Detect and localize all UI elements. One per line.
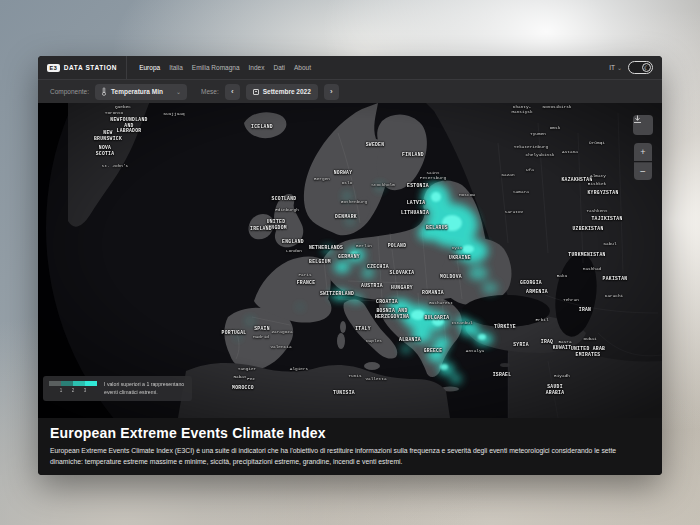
component-dropdown[interactable]: Temperatura Min ⌄ — [95, 84, 187, 100]
page-description: European Extreme Events Climate Index (E… — [50, 446, 650, 468]
info-section: European Extreme Events Climate Index Eu… — [38, 418, 662, 475]
nav-item-index[interactable]: Index — [249, 64, 265, 71]
component-label: Componente: — [50, 88, 89, 95]
previous-month-button[interactable]: ‹ — [225, 84, 240, 100]
legend-tick: 1 — [55, 388, 67, 393]
navbar: E3 DATA STATION EuropaItaliaEmilia Romag… — [38, 56, 662, 79]
zoom-in-icon: + — [640, 147, 645, 157]
month-label: Mese: — [201, 88, 219, 95]
control-bar: Componente: Temperatura Min ⌄ Mese: ‹ Se… — [38, 79, 662, 103]
map-graphic — [38, 103, 662, 418]
legend-tick: 2 — [67, 388, 79, 393]
moon-icon: ☾ — [642, 63, 651, 72]
legend-scale: 123 — [49, 381, 97, 393]
zoom-out-button[interactable]: − — [634, 162, 652, 180]
map-canvas[interactable]: ICELANDNORWAYSWEDENFINLANDESTONIALATVIAL… — [38, 103, 662, 418]
nav-menu: EuropaItaliaEmilia RomagnaIndexDatiAbout — [127, 64, 311, 71]
nav-item-about[interactable]: About — [294, 64, 311, 71]
chevron-down-icon: ⌄ — [617, 64, 622, 71]
map-vignette — [38, 103, 662, 418]
next-month-button[interactable]: › — [324, 84, 339, 100]
zoom-in-button[interactable]: + — [634, 143, 652, 161]
download-icon — [633, 115, 642, 124]
thermometer-icon — [101, 87, 107, 96]
logo[interactable]: E3 DATA STATION — [38, 56, 127, 79]
legend-caption: I valori superiori a 1 rappresentano eve… — [104, 381, 184, 397]
zoom-out-icon: − — [640, 166, 646, 177]
nav-item-dati[interactable]: Dati — [273, 64, 285, 71]
legend-ticks: 123 — [49, 386, 97, 393]
chevron-down-icon: ⌄ — [176, 88, 181, 95]
download-button[interactable] — [633, 115, 653, 135]
component-value: Temperatura Min — [111, 88, 163, 95]
logo-text: DATA STATION — [64, 64, 117, 71]
nav-right: IT ⌄ ☾ — [609, 61, 662, 74]
nav-item-emilia-romagna[interactable]: Emilia Romagna — [192, 64, 240, 71]
language-label: IT — [609, 64, 615, 71]
map-legend: 123 I valori superiori a 1 rappresentano… — [43, 376, 192, 401]
chevron-left-icon: ‹ — [231, 87, 234, 96]
clouds-background: E3 DATA STATION EuropaItaliaEmilia Romag… — [0, 0, 700, 525]
nav-item-europa[interactable]: Europa — [139, 64, 160, 71]
calendar-icon — [253, 89, 259, 95]
chevron-right-icon: › — [330, 87, 333, 96]
theme-toggle[interactable]: ☾ — [628, 61, 653, 74]
legend-tick: 3 — [79, 388, 91, 393]
logo-badge: E3 — [47, 64, 60, 72]
month-value: Settembre 2022 — [263, 88, 311, 95]
app-window: E3 DATA STATION EuropaItaliaEmilia Romag… — [38, 56, 662, 475]
language-selector[interactable]: IT ⌄ — [609, 64, 622, 71]
nav-item-italia[interactable]: Italia — [169, 64, 183, 71]
month-picker[interactable]: Settembre 2022 — [246, 84, 318, 100]
page-title: European Extreme Events Climate Index — [50, 425, 650, 441]
